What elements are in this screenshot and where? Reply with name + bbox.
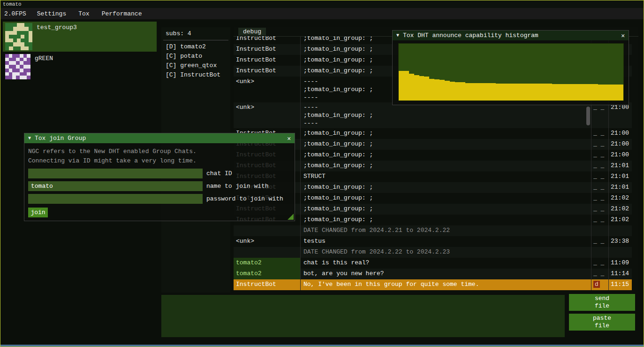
contact-item-gREEN[interactable]: gREEN <box>3 53 157 81</box>
window-title: tomato <box>3 1 22 7</box>
scrollbar-thumb[interactable] <box>586 107 590 125</box>
message-text: ----;tomato_in_group: ;---- <box>301 102 591 128</box>
message-time: 21:01 <box>609 171 632 182</box>
menu-item-performance[interactable]: Performance <box>96 8 148 19</box>
message-text: bot, are you new here? <box>301 269 591 279</box>
join-input-password-to-join-with[interactable] <box>28 194 203 204</box>
message-sender: <unk> <box>234 236 301 247</box>
message-text: ;tomato_in_group: ; <box>301 182 591 193</box>
join-input-name-to-join-with[interactable] <box>28 181 203 191</box>
histogram-bar <box>562 84 568 100</box>
message-text: ;tomato_in_group: ; <box>301 150 591 161</box>
message-time: 21:00 <box>609 102 632 128</box>
message-sender: InstructBot <box>234 66 301 77</box>
histogram-bar <box>506 84 511 100</box>
join-info-line1: NGC refers to the New DHT enabled Group … <box>28 147 291 156</box>
histogram-bar <box>583 84 588 100</box>
tab-debug[interactable]: debug <box>238 28 266 36</box>
message-flags: d <box>591 279 609 290</box>
message-row[interactable]: DATE CHANGED from 2024.2.22 to 2024.2.23 <box>234 247 632 258</box>
contact-name: test_group3 <box>37 24 77 50</box>
histogram-bar <box>547 84 552 100</box>
join-field-row: name to join with <box>28 181 291 191</box>
message-row[interactable]: tomato2bot, are you new here?_ _11:14 <box>234 269 632 279</box>
histogram-bar <box>567 84 572 100</box>
menu-item-tox[interactable]: Tox <box>72 8 95 19</box>
message-time <box>609 247 632 258</box>
titlebar[interactable]: tomato <box>0 0 644 8</box>
send-file-button[interactable]: send file <box>569 294 635 311</box>
histogram-bar <box>618 85 623 100</box>
message-row[interactable]: <unk>testus_ _23:38 <box>234 236 632 247</box>
join-button[interactable]: join <box>28 208 48 217</box>
message-flags: _ _ <box>591 215 609 225</box>
histogram-titlebar[interactable]: ▼ Tox DHT announce capability histogram … <box>393 31 629 40</box>
histogram-bar <box>429 79 434 100</box>
histogram-bar <box>608 85 614 100</box>
histogram-bar <box>603 85 608 100</box>
join-group-window-title: Tox join Group <box>35 135 86 142</box>
histogram-bar <box>439 80 445 100</box>
histogram-bar <box>542 84 547 100</box>
subs-header: subs: 4 <box>161 27 230 38</box>
message-time: 11:14 <box>609 269 632 279</box>
resize-grip[interactable] <box>288 214 294 220</box>
message-text: chat is this real? <box>301 258 591 269</box>
message-time: 21:00 <box>609 150 632 161</box>
join-field-row: password to join with <box>28 194 291 204</box>
subs-member-list: [D] tomato2[C] potato[C] green_qtox[C] I… <box>161 42 230 80</box>
join-field-label: name to join with <box>206 183 269 190</box>
histogram-bar <box>537 84 542 100</box>
join-group-titlebar[interactable]: ▼ Tox join Group ✕ <box>24 133 295 143</box>
collapse-arrow-icon[interactable]: ▼ <box>28 136 31 141</box>
join-field-row: chat ID <box>28 169 291 178</box>
dht-histogram-plot <box>398 43 624 101</box>
histogram-bar <box>470 83 475 101</box>
message-time: 21:02 <box>609 204 632 215</box>
contact-item-test_group3[interactable]: test_group3 <box>3 22 157 52</box>
message-input[interactable] <box>161 295 565 337</box>
join-info-line2: Connecting via ID might take a very long… <box>28 156 291 166</box>
message-row[interactable]: tomato2chat is this real?_ _11:09 <box>234 258 632 269</box>
message-flags: _ _ <box>591 161 609 171</box>
message-time: 21:02 <box>609 193 632 204</box>
histogram-bar <box>434 79 439 100</box>
histogram-bar <box>414 75 419 100</box>
subs-member[interactable]: [D] tomato2 <box>161 42 230 52</box>
histogram-bar <box>593 84 598 100</box>
message-time: 11:09 <box>609 258 632 269</box>
subs-member[interactable]: [C] potato <box>161 52 230 61</box>
menu-item-settings[interactable]: Settings <box>31 8 72 19</box>
message-sender: <unk> <box>234 102 301 128</box>
collapse-arrow-icon[interactable]: ▼ <box>396 33 399 38</box>
histogram-bar <box>526 84 531 100</box>
histogram-window-title: Tox DHT announce capability histogram <box>403 32 538 39</box>
histogram-bar <box>552 84 557 100</box>
message-flags: _ _ <box>591 139 609 150</box>
histogram-bar <box>460 82 465 100</box>
message-row[interactable]: InstructBotNo, I've been in this group f… <box>234 279 632 290</box>
histogram-bar <box>404 71 409 100</box>
join-input-chat-ID[interactable] <box>28 169 203 178</box>
subs-member[interactable]: [C] green_qtox <box>161 61 230 70</box>
message-flags: _ _ <box>591 150 609 161</box>
close-icon[interactable]: ✕ <box>287 135 291 142</box>
message-text: ;tomato_in_group: ; <box>301 193 591 204</box>
histogram-bar <box>424 77 429 100</box>
menubar: 2.0FPS SettingsToxPerformance <box>0 8 644 19</box>
message-row[interactable]: DATE CHANGED from 2024.2.21 to 2024.2.22 <box>234 225 632 236</box>
close-icon[interactable]: ✕ <box>621 32 625 39</box>
message-text: No, I've been in this group for quite so… <box>301 279 591 290</box>
paste-file-button[interactable]: paste file <box>569 314 635 331</box>
message-text: DATE CHANGED from 2024.2.22 to 2024.2.23 <box>301 247 591 258</box>
message-sender: tomato2 <box>234 258 301 269</box>
message-flags: _ _ <box>591 182 609 193</box>
histogram-bar <box>409 74 414 100</box>
message-sender: tomato2 <box>234 269 301 279</box>
histogram-bar <box>419 76 424 100</box>
message-text: testus <box>301 236 591 247</box>
message-row[interactable]: <unk>----;tomato_in_group: ;----_ _21:00 <box>234 102 632 128</box>
subs-member[interactable]: [C] InstructBot <box>161 70 230 80</box>
histogram-bar <box>501 84 506 100</box>
join-group-window: ▼ Tox join Group ✕ NGC refers to the New… <box>24 133 295 221</box>
